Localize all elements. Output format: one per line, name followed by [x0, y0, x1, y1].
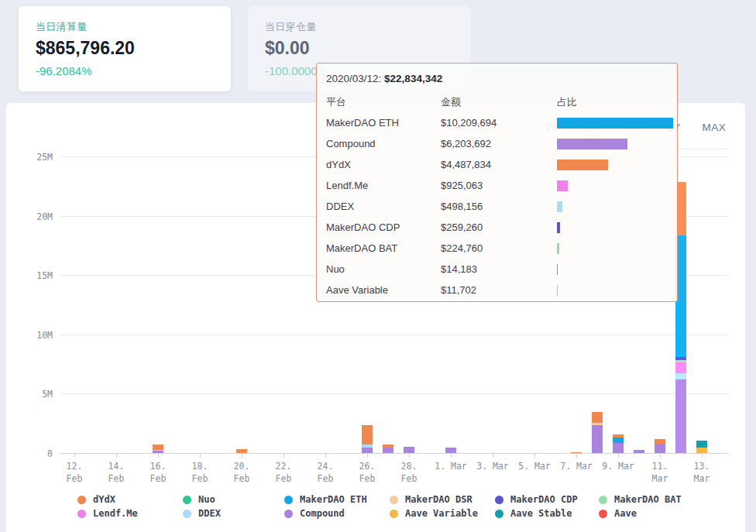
- legend-item-nuo[interactable]: Nuo: [183, 494, 221, 505]
- tooltip-row-compound: Compound$6,203,692: [326, 133, 668, 154]
- bar-segment-compound[interactable]: [404, 447, 414, 453]
- tooltip-platform-name: DDEX: [326, 201, 441, 212]
- tooltip-amount: $224,760: [441, 242, 557, 254]
- legend-item-makerdao-cdp[interactable]: MakerDAO CDP: [495, 494, 578, 505]
- y-axis-label-0: 0: [6, 448, 53, 459]
- bar-segment-compound[interactable]: [362, 448, 373, 453]
- x-axis-label: Feb: [262, 473, 305, 484]
- bar-segment-compound[interactable]: [383, 448, 393, 453]
- legend-item-ddex[interactable]: DDEX: [183, 508, 221, 519]
- legend-label: DDEX: [198, 508, 221, 519]
- gridline-10M: [60, 335, 728, 335]
- tooltip-share-bar: [557, 139, 627, 149]
- legend-column: MakerDAO BATAave: [599, 494, 682, 519]
- bar-segment-makerdao-dsr[interactable]: [592, 423, 603, 425]
- bar-segment-makerdao-cdp[interactable]: [675, 357, 686, 360]
- bar-segment-makerdao-bat[interactable]: [675, 360, 686, 362]
- tooltip-share-bar: [557, 118, 673, 129]
- tooltip-share-bar-wrap: [557, 264, 668, 275]
- tooltip-amount: $10,209,694: [441, 117, 557, 129]
- x-axis-label: 9. Mar: [596, 461, 640, 472]
- legend-item-dydx[interactable]: dYdX: [77, 494, 138, 505]
- tooltip-header: 2020/03/12: $22,834,342: [326, 70, 668, 92]
- bar-segment-dydx[interactable]: [571, 452, 582, 453]
- bar-segment-compound[interactable]: [634, 450, 644, 453]
- legend-label: Nuo: [198, 494, 215, 505]
- bar-segment-ddex[interactable]: [362, 444, 373, 448]
- bar-segment-ddex[interactable]: [153, 450, 163, 451]
- x-axis-label: Feb: [304, 473, 347, 484]
- legend-dot-makerdao-dsr: [390, 496, 398, 504]
- bar-segment-aave-variable[interactable]: [696, 448, 707, 453]
- tooltip-share-bar-wrap: [557, 118, 673, 129]
- legend-dot-dydx: [77, 496, 86, 504]
- tooltip-row-nuo: Nuo$14,183: [326, 259, 668, 280]
- tooltip-platform-name: dYdX: [326, 159, 441, 170]
- x-axis-tick: [493, 453, 493, 458]
- tooltip-row-lendf.me: Lendf.Me$925,063: [326, 175, 668, 196]
- bar-segment-dydx[interactable]: [153, 444, 163, 450]
- bar-segment-lendf.me[interactable]: [675, 362, 686, 373]
- bar-segment-dydx[interactable]: [383, 444, 393, 448]
- bar-segment-dydx[interactable]: [655, 439, 665, 445]
- tooltip-share-bar: [557, 222, 560, 233]
- legend-label: Aave Variable: [405, 508, 478, 519]
- x-axis-label: 16.: [136, 461, 180, 472]
- legend-item-aave[interactable]: Aave: [599, 508, 682, 519]
- daily-liquidation-card: 当日清算量 $865,796.20 -96.2084%: [19, 6, 231, 91]
- tooltip-amount: $4,487,834: [441, 159, 557, 170]
- legend-item-lendf.me[interactable]: Lendf.Me: [77, 508, 138, 519]
- tooltip-row-makerdao-bat: MakerDAO BAT$224,760: [326, 238, 668, 259]
- tooltip-amount: $14,183: [441, 263, 557, 275]
- legend-label: MakerDAO CDP: [510, 494, 578, 505]
- tooltip-amount: $925,063: [441, 180, 557, 191]
- tooltip-share-bar-wrap: [557, 285, 668, 296]
- legend-item-makerdao-dsr[interactable]: MakerDAO DSR: [390, 494, 478, 505]
- tooltip-share-bar: [557, 180, 568, 191]
- bar-segment-compound[interactable]: [655, 444, 665, 453]
- bar-segment-aave-stable[interactable]: [696, 441, 707, 448]
- bar-segment-compound[interactable]: [613, 443, 624, 453]
- tooltip-rows: MakerDAO ETH$10,209,694Compound$6,203,69…: [326, 112, 668, 300]
- bar-segment-dydx[interactable]: [613, 434, 624, 438]
- legend-label: MakerDAO BAT: [614, 494, 682, 505]
- tooltip-row-dydx: dYdX$4,487,834: [326, 154, 668, 175]
- legend-dot-makerdao-bat: [599, 496, 607, 504]
- legend-column: NuoDDEX: [183, 494, 221, 519]
- legend-item-compound[interactable]: Compound: [284, 508, 367, 519]
- daily-liquidation-value: $865,796.20: [36, 38, 214, 59]
- dashboard-page: 当日清算量 $865,796.20 -96.2084% 当日穿仓量 $0.00 …: [0, 0, 756, 532]
- y-axis-label-10M: 10M: [6, 330, 53, 341]
- tooltip-table-header: 平台 金额 占比: [326, 92, 668, 112]
- tooltip-platform-name: Nuo: [326, 263, 441, 275]
- tooltip-share-bar-wrap: [557, 160, 668, 170]
- tooltip-row-aave-variable: Aave Variable$11,702: [326, 280, 668, 300]
- tooltip-share-bar-wrap: [557, 180, 668, 191]
- bar-segment-dydx[interactable]: [592, 412, 603, 422]
- legend-item-makerdao-eth[interactable]: MakerDAO ETH: [284, 494, 367, 505]
- bar-segment-ddex[interactable]: [675, 373, 686, 379]
- bar-segment-compound[interactable]: [592, 425, 603, 453]
- legend-dot-aave: [599, 510, 607, 518]
- x-axis-label: Feb: [178, 473, 222, 484]
- tooltip-platform-name: MakerDAO BAT: [326, 242, 441, 254]
- bar-segment-dydx[interactable]: [236, 449, 247, 453]
- legend-column: MakerDAO DSRAave Variable: [390, 494, 478, 519]
- x-axis-tick: [74, 453, 75, 458]
- legend-dot-makerdao-cdp: [495, 496, 503, 504]
- x-axis-label: 7. Mar: [555, 461, 598, 472]
- legend-item-aave-stable[interactable]: Aave Stable: [495, 508, 578, 519]
- legend-dot-lendf.me: [77, 510, 86, 518]
- bar-segment-makerdao-eth[interactable]: [613, 438, 624, 443]
- bar-segment-compound[interactable]: [675, 379, 686, 453]
- bar-segment-compound[interactable]: [445, 448, 456, 453]
- x-axis-tick: [325, 453, 326, 458]
- bar-segment-dydx[interactable]: [362, 425, 373, 444]
- x-axis-label: 13.: [680, 461, 723, 472]
- x-axis-tick: [242, 453, 242, 458]
- daily-insolvency-label: 当日穿仓量: [265, 20, 454, 34]
- legend-item-makerdao-bat[interactable]: MakerDAO BAT: [599, 494, 682, 505]
- bar-segment-compound[interactable]: [153, 451, 163, 453]
- x-axis-label: 12.: [53, 461, 96, 472]
- legend-item-aave-variable[interactable]: Aave Variable: [390, 508, 478, 519]
